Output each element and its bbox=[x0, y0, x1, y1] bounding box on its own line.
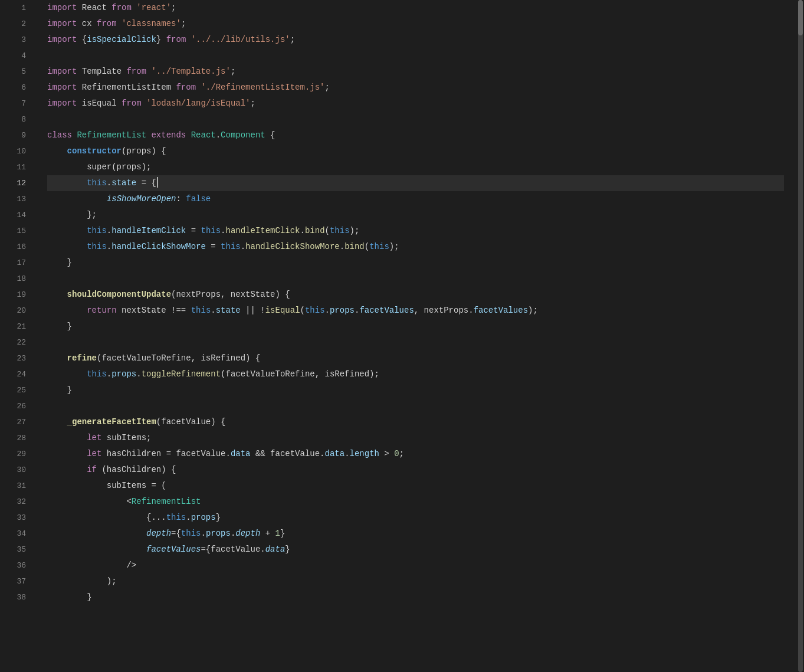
scrollbar[interactable] bbox=[796, 0, 804, 672]
code-line-18 bbox=[47, 271, 784, 287]
line-num-38: 38 bbox=[0, 589, 26, 605]
code-line-24: this.props.toggleRefinement(facetValueTo… bbox=[47, 366, 784, 382]
line-num-21: 21 bbox=[0, 319, 26, 335]
scrollbar-track bbox=[798, 0, 803, 672]
line-num-11: 11 bbox=[0, 159, 26, 175]
code-line-25: } bbox=[47, 382, 784, 398]
code-line-3: import {isSpecialClick} from '../../lib/… bbox=[47, 32, 784, 48]
code-line-28: let subItems; bbox=[47, 430, 784, 446]
line-num-36: 36 bbox=[0, 558, 26, 573]
code-line-36: /> bbox=[47, 558, 784, 573]
line-num-31: 31 bbox=[0, 478, 26, 494]
line-num-4: 4 bbox=[0, 48, 26, 64]
code-line-14: }; bbox=[47, 207, 784, 223]
line-num-26: 26 bbox=[0, 398, 26, 414]
code-line-34: depth={this.props.depth + 1} bbox=[47, 526, 784, 542]
code-line-5: import Template from '../Template.js'; bbox=[47, 64, 784, 80]
code-line-22 bbox=[47, 335, 784, 350]
line-num-22: 22 bbox=[0, 335, 26, 350]
line-num-18: 18 bbox=[0, 271, 26, 287]
line-num-19: 19 bbox=[0, 287, 26, 303]
code-line-2: import cx from 'classnames'; bbox=[47, 16, 784, 32]
line-num-15: 15 bbox=[0, 223, 26, 239]
line-num-12: 12 bbox=[0, 175, 26, 191]
code-line-20: return nextState !== this.state || !isEq… bbox=[47, 303, 784, 319]
code-line-9: class RefinementList extends React.Compo… bbox=[47, 127, 784, 143]
code-line-15: this.handleItemClick = this.handleItemCl… bbox=[47, 223, 784, 239]
code-content[interactable]: import React from 'react'; import cx fro… bbox=[35, 0, 796, 672]
line-num-13: 13 bbox=[0, 191, 26, 207]
line-num-6: 6 bbox=[0, 80, 26, 96]
code-line-17: } bbox=[47, 255, 784, 271]
line-num-5: 5 bbox=[0, 64, 26, 80]
line-num-37: 37 bbox=[0, 573, 26, 589]
line-num-24: 24 bbox=[0, 366, 26, 382]
code-line-37: ); bbox=[47, 573, 784, 589]
code-line-1: import React from 'react'; bbox=[47, 0, 784, 16]
line-num-30: 30 bbox=[0, 462, 26, 478]
code-line-35: facetValues={facetValue.data} bbox=[47, 542, 784, 558]
code-line-32: <RefinementList bbox=[47, 494, 784, 510]
line-num-20: 20 bbox=[0, 303, 26, 319]
line-num-2: 2 bbox=[0, 16, 26, 32]
line-num-16: 16 bbox=[0, 239, 26, 255]
code-line-33: {...this.props} bbox=[47, 510, 784, 526]
scrollbar-thumb[interactable] bbox=[798, 0, 803, 35]
code-line-26 bbox=[47, 398, 784, 414]
code-line-11: super(props); bbox=[47, 159, 784, 175]
code-line-38: } bbox=[47, 589, 784, 605]
line-num-8: 8 bbox=[0, 112, 26, 127]
code-line-31: subItems = ( bbox=[47, 478, 784, 494]
line-num-14: 14 bbox=[0, 207, 26, 223]
line-num-28: 28 bbox=[0, 430, 26, 446]
code-line-10: constructor(props) { bbox=[47, 143, 784, 159]
code-line-29: let hasChildren = facetValue.data && fac… bbox=[47, 446, 784, 462]
line-num-1: 1 bbox=[0, 0, 26, 16]
line-num-32: 32 bbox=[0, 494, 26, 510]
line-num-7: 7 bbox=[0, 96, 26, 112]
code-line-12: this.state = { bbox=[47, 175, 784, 191]
line-num-33: 33 bbox=[0, 510, 26, 526]
code-editor[interactable]: 1 2 3 4 5 6 7 8 9 10 11 12 13 14 15 16 1… bbox=[0, 0, 804, 672]
line-number-gutter: 1 2 3 4 5 6 7 8 9 10 11 12 13 14 15 16 1… bbox=[0, 0, 35, 672]
code-line-7: import isEqual from 'lodash/lang/isEqual… bbox=[47, 96, 784, 112]
code-line-6: import RefinementListItem from './Refine… bbox=[47, 80, 784, 96]
line-num-35: 35 bbox=[0, 542, 26, 558]
line-num-9: 9 bbox=[0, 127, 26, 143]
code-line-4 bbox=[47, 48, 784, 64]
line-num-27: 27 bbox=[0, 414, 26, 430]
code-line-19: shouldComponentUpdate(nextProps, nextSta… bbox=[47, 287, 784, 303]
code-line-16: this.handleClickShowMore = this.handleCl… bbox=[47, 239, 784, 255]
code-line-13: isShowMoreOpen: false bbox=[47, 191, 784, 207]
code-line-8 bbox=[47, 112, 784, 127]
line-num-23: 23 bbox=[0, 350, 26, 366]
line-num-29: 29 bbox=[0, 446, 26, 462]
line-num-34: 34 bbox=[0, 526, 26, 542]
line-num-3: 3 bbox=[0, 32, 26, 48]
code-line-23: refine(facetValueToRefine, isRefined) { bbox=[47, 350, 784, 366]
code-line-21: } bbox=[47, 319, 784, 335]
line-num-10: 10 bbox=[0, 143, 26, 159]
code-line-27: _generateFacetItem(facetValue) { bbox=[47, 414, 784, 430]
code-line-30: if (hasChildren) { bbox=[47, 462, 784, 478]
line-num-17: 17 bbox=[0, 255, 26, 271]
line-num-25: 25 bbox=[0, 382, 26, 398]
